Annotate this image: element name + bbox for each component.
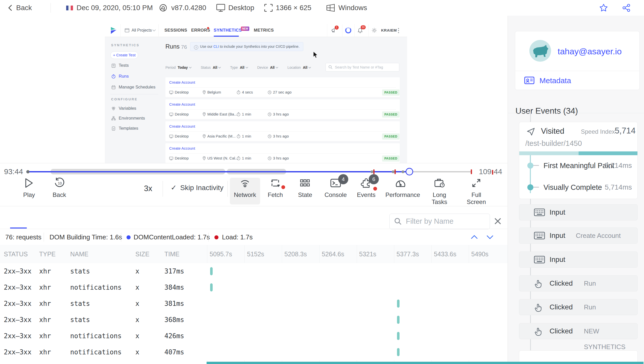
fmp-label: First Meaningful Paint (543, 162, 614, 170)
user-email[interactable]: tahay@asayer.io (558, 47, 622, 56)
request-time: 426ms (164, 328, 184, 344)
templates-icon (111, 126, 116, 131)
user-event-item[interactable]: Input (519, 252, 638, 268)
network-request-row[interactable]: 2xx–3xx xhr notifications x 384ms (0, 279, 508, 295)
request-type: xhr (39, 279, 51, 295)
events-button[interactable]: Events 6 (351, 177, 381, 198)
share-icon[interactable] (622, 3, 631, 12)
close-panel-icon[interactable] (493, 216, 503, 226)
waterfall-scrollbar[interactable] (207, 362, 643, 364)
run-title-link[interactable]: Create Account (169, 99, 396, 110)
announcements-badge: 1 (335, 26, 339, 30)
column-header[interactable]: SIZE (135, 245, 150, 263)
runs-filter[interactable]: Device All (257, 65, 279, 70)
network-request-row[interactable]: 2xx–3xx xhr stats x 368ms (0, 312, 508, 328)
timeline-played[interactable] (28, 171, 409, 172)
column-header[interactable]: STATUS (4, 245, 28, 263)
performance-button[interactable]: Performance (385, 177, 416, 198)
keyboard-icon (534, 208, 545, 216)
runs-filter[interactable]: Type All (230, 65, 248, 70)
user-event-item[interactable]: Clicked Run (519, 275, 638, 291)
back-button[interactable]: Back (16, 0, 32, 16)
playhead[interactable] (406, 168, 413, 175)
visited-event-card[interactable]: Visited Speed Index 5,714 /test-builder/… (519, 122, 638, 199)
error-marker[interactable] (394, 169, 396, 174)
back-10s-button[interactable]: 10 Back (44, 177, 75, 198)
run-card[interactable]: Create Account Desktop Belgium 4 secs 27… (165, 77, 400, 97)
time-column-header: 5095.7s (210, 245, 232, 263)
user-event-item[interactable]: Clicked NEW SYNTHETICS (519, 323, 638, 339)
full-screen-button[interactable]: Full Screen (461, 177, 491, 206)
sidebar-item-templates[interactable]: Templates (119, 126, 138, 131)
run-card[interactable]: Create Account Desktop Asia Pacific (M..… (165, 121, 400, 141)
info-icon: i (194, 45, 198, 50)
network-button[interactable]: Network (230, 177, 260, 198)
run-title-link[interactable]: Create Account (169, 143, 396, 154)
time-column-header: 5152s (247, 245, 264, 263)
visited-url: /test-builder/1450 (525, 139, 582, 148)
back-chevron-icon[interactable] (7, 4, 14, 12)
runs-filter[interactable]: Period Today (165, 65, 192, 70)
create-test-button[interactable]: +Create Test (110, 51, 138, 59)
long-tasks-button[interactable]: Long Tasks (424, 177, 455, 206)
test-search-input[interactable]: Search by Test Name or #Tag (326, 63, 399, 72)
error-marker[interactable] (471, 169, 472, 174)
user-event-item[interactable]: Input Create Account (519, 228, 638, 244)
request-time: 317ms (164, 263, 184, 279)
request-status: 2xx–3xx (4, 312, 32, 328)
runs-filter[interactable]: Location All (287, 65, 311, 70)
user-event-item[interactable]: Clicked Run (519, 299, 638, 315)
column-header[interactable]: TYPE (39, 245, 56, 263)
user-menu[interactable]: KRAIEM (381, 24, 397, 37)
tests-icon (111, 63, 116, 68)
environments-icon (111, 116, 116, 121)
user-event-item[interactable]: Input (519, 204, 638, 220)
network-request-row[interactable]: 2xx–3xx xhr stats x 381ms (0, 295, 508, 312)
sidebar-item-runs[interactable]: Runs (119, 74, 129, 79)
requests-count: 76: requests (5, 229, 41, 245)
column-header[interactable]: NAME (70, 245, 88, 263)
sidebar-item-manage-schedules[interactable]: Manage Schedules (119, 85, 156, 90)
state-button[interactable]: State (290, 177, 320, 198)
metadata-button[interactable]: Metadata (539, 76, 571, 85)
tab-synthetics[interactable]: SYNTHETICS (214, 24, 242, 37)
error-marker[interactable] (373, 169, 375, 174)
network-filter-input[interactable]: Filter by Name (389, 214, 490, 229)
timeline-remaining[interactable] (409, 171, 472, 172)
tab-metrics[interactable]: METRICS (254, 24, 274, 37)
runs-filter[interactable]: Status All (201, 65, 221, 70)
jump-next-icon[interactable] (484, 234, 496, 241)
settings-gear-icon[interactable] (371, 28, 377, 33)
current-time: 93:44 (4, 167, 23, 176)
favorite-star-icon[interactable] (599, 3, 608, 12)
kebab-menu-icon[interactable] (398, 28, 399, 34)
network-request-row[interactable]: 2xx–3xx xhr notifications x 407ms (0, 344, 508, 360)
event-dot[interactable] (402, 170, 404, 173)
console-button[interactable]: Console 4 (320, 177, 351, 198)
network-request-row[interactable]: 2xx–3xx xhr notifications x 426ms (0, 328, 508, 344)
event-dot[interactable] (370, 170, 373, 173)
sidebar-item-environments[interactable]: Environments (119, 116, 145, 121)
column-header[interactable]: TIME (164, 245, 180, 263)
sidebar-item-tests[interactable]: Tests (119, 63, 129, 68)
event-connector (530, 268, 531, 275)
event-dot[interactable] (392, 170, 394, 173)
request-time: 368ms (164, 312, 184, 328)
run-title-link[interactable]: Create Account (169, 77, 396, 88)
tab-sessions[interactable]: SESSIONS (164, 24, 187, 37)
run-card[interactable]: Create Account Desktop US West (N. Cal..… (165, 143, 400, 163)
project-selector[interactable]: All Projects (132, 24, 152, 37)
run-title-link[interactable]: Create Account (169, 121, 396, 132)
skip-inactivity-toggle[interactable]: ✓Skip Inactivity (171, 184, 224, 192)
speed-toggle[interactable]: 3x (144, 184, 152, 193)
sidebar-item-variables[interactable]: Variables (119, 106, 136, 111)
run-card[interactable]: Create Account Desktop Middle East (Ba..… (165, 99, 400, 119)
fetch-button[interactable]: Fetch (260, 177, 290, 198)
jump-prev-icon[interactable] (469, 234, 480, 241)
network-request-row[interactable]: 2xx–3xx xhr stats x 317ms (0, 263, 508, 279)
active-tab-underline (10, 228, 27, 229)
cli-link[interactable]: CLI (213, 44, 219, 49)
play-button[interactable]: Play (14, 177, 44, 198)
tab-errors[interactable]: ERRORS (191, 24, 210, 37)
request-size: x (135, 263, 139, 279)
